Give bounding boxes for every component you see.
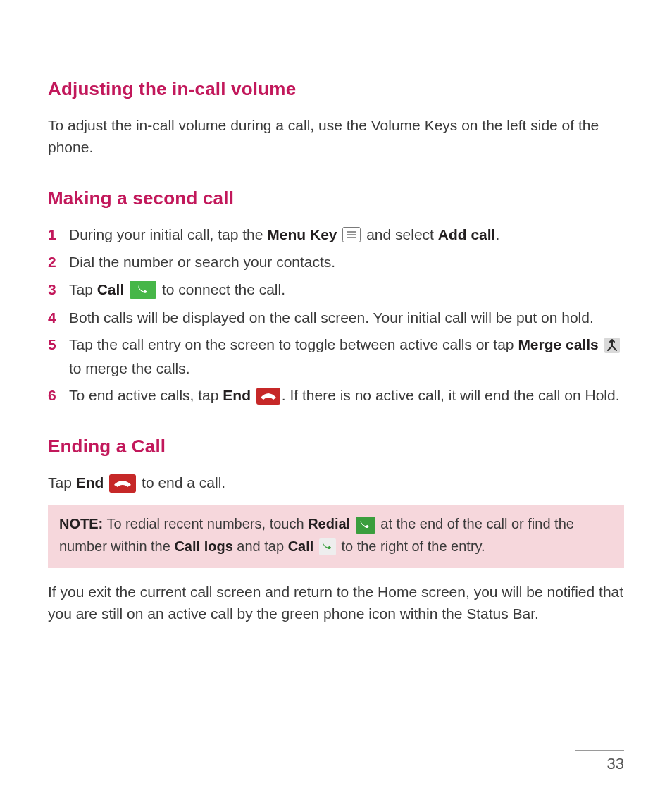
merge-calls-icon bbox=[604, 333, 620, 356]
step-6-text-c: . If there is no active call, it will en… bbox=[282, 387, 620, 403]
end-call-icon bbox=[256, 384, 280, 407]
step-5: Tap the call entry on the screen to togg… bbox=[48, 333, 624, 380]
step-1: During your initial call, tap the Menu K… bbox=[48, 223, 624, 247]
note-label: NOTE: bbox=[59, 516, 103, 531]
note-t7: to the right of the entry. bbox=[337, 538, 485, 554]
step-5-text-c: to merge the calls. bbox=[69, 360, 190, 376]
step-1-addcall-label: Add call bbox=[438, 226, 496, 242]
end-call-icon bbox=[109, 472, 136, 494]
step-5-merge-label: Merge calls bbox=[518, 336, 598, 352]
step-1-text-c: and select bbox=[366, 226, 438, 242]
step-6-end-label: End bbox=[223, 387, 251, 403]
step-3-call-label: Call bbox=[97, 281, 125, 297]
redial-icon bbox=[356, 513, 375, 534]
step-3: Tap Call to connect the call. bbox=[48, 278, 624, 302]
svg-rect-4 bbox=[130, 281, 156, 299]
step-4: Both calls will be displayed on the call… bbox=[48, 307, 624, 330]
note-box-redial: NOTE: To redial recent numbers, touch Re… bbox=[48, 505, 624, 567]
steps-second-call: During your initial call, tap the Menu K… bbox=[48, 223, 624, 409]
step-2: Dial the number or search your contacts. bbox=[48, 251, 624, 274]
note-calllogs-label: Call logs bbox=[174, 538, 232, 554]
step-3-text-a: Tap bbox=[69, 281, 97, 297]
step-6-text-a: To end active calls, tap bbox=[69, 387, 223, 403]
call-green-icon bbox=[130, 278, 156, 301]
page-footer: 33 bbox=[575, 750, 624, 773]
menu-key-icon bbox=[342, 223, 361, 246]
step-1-text-a: During your initial call, tap the bbox=[69, 226, 267, 242]
note-call-label: Call bbox=[288, 538, 314, 554]
step-1-text-e: . bbox=[495, 226, 499, 242]
paragraph-adjusting-volume: To adjust the in-call volume during a ca… bbox=[48, 114, 624, 159]
note-t1: To redial recent numbers, touch bbox=[103, 516, 308, 531]
step-5-text-a: Tap the call entry on the screen to togg… bbox=[69, 336, 518, 352]
page-number-rule bbox=[575, 750, 624, 751]
heading-adjusting-volume: Adjusting the in-call volume bbox=[48, 78, 624, 101]
step-1-menukey-label: Menu Key bbox=[267, 226, 337, 242]
paragraph-ending-home: If you exit the current call screen and … bbox=[48, 581, 624, 625]
ending-p1-end-label: End bbox=[76, 474, 104, 491]
step-3-text-c: to connect the call. bbox=[162, 281, 285, 297]
heading-ending-call: Ending a Call bbox=[48, 435, 624, 459]
call-small-icon bbox=[319, 536, 336, 557]
page-number: 33 bbox=[575, 755, 624, 773]
ending-p1-a: Tap bbox=[48, 474, 76, 491]
paragraph-ending-tap-end: Tap End to end a call. bbox=[48, 472, 624, 495]
heading-second-call: Making a second call bbox=[48, 187, 624, 211]
note-t5: and tap bbox=[233, 538, 288, 554]
manual-page: Adjusting the in-call volume To adjust t… bbox=[0, 0, 672, 625]
note-redial-label: Redial bbox=[308, 516, 350, 531]
svg-rect-9 bbox=[319, 538, 336, 555]
svg-rect-8 bbox=[356, 517, 375, 534]
step-6: To end active calls, tap End . If there … bbox=[48, 384, 624, 408]
ending-p1-c: to end a call. bbox=[142, 474, 225, 491]
